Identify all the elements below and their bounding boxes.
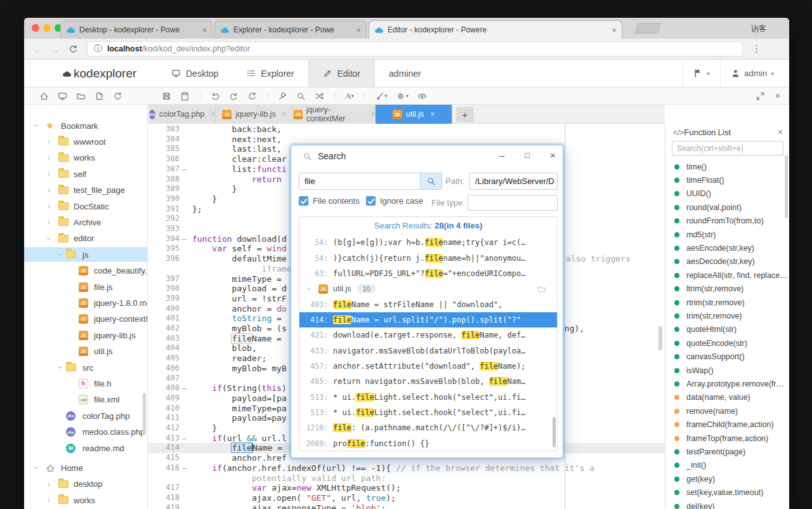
nav-item-adminer[interactable]: adminer — [375, 60, 435, 87]
toolbar-search-icon[interactable] — [296, 91, 306, 101]
toolbar-shuffle-icon[interactable] — [315, 91, 324, 101]
function-list-item[interactable]: replaceAll(str, find, replace… — [665, 268, 789, 282]
checkbox-checked-icon[interactable] — [299, 196, 308, 206]
chevron-expanded-icon[interactable]: › — [32, 122, 41, 129]
search-result-row[interactable]: 485:return navigator.msSaveBlob(blob, fi… — [299, 374, 557, 389]
tab-close-icon[interactable]: × — [612, 25, 617, 35]
function-list-item[interactable]: roundFromTo(from,to) — [665, 215, 789, 228]
function-list-item[interactable]: canvasSupport() — [665, 350, 789, 364]
language-flag-button[interactable]: ▾ — [683, 60, 720, 87]
function-list-item[interactable]: frameChild(frame,action) — [665, 418, 789, 432]
tree-item-self[interactable]: ›self — [24, 167, 148, 181]
chevron-collapsed-icon[interactable]: › — [46, 137, 52, 146]
function-list-item[interactable]: trim(str,remove) — [665, 309, 789, 322]
tab-close-icon[interactable]: × — [211, 110, 215, 119]
tree-item-Bookmark[interactable]: ›★Bookmark — [24, 119, 148, 133]
dialog-minimize-icon[interactable]: – — [499, 150, 504, 161]
close-window-button[interactable] — [32, 24, 39, 32]
tab-close-icon[interactable]: × — [356, 25, 361, 35]
dialog-close-icon[interactable]: × — [550, 150, 556, 161]
dialog-maximize-icon[interactable]: □ — [525, 150, 530, 160]
function-list-item[interactable]: md5(str) — [665, 228, 789, 241]
search-result-row[interactable]: 433:navigator.msSaveBlob(dataUrlToBlob(p… — [299, 343, 557, 358]
tree-item-desktop[interactable]: ›desktop — [24, 477, 148, 491]
function-list-item[interactable]: get(key) — [665, 472, 789, 486]
open-folder-icon[interactable] — [537, 284, 547, 294]
search-result-row[interactable]: 403:fileName = strFileName || "download"… — [299, 296, 557, 312]
search-result-row[interactable]: 513:* ui.fileLight.select.hook("select",… — [299, 405, 557, 420]
function-list-scrollbar[interactable] — [785, 155, 788, 218]
tab-close-icon[interactable]: × — [430, 110, 435, 119]
app-logo[interactable]: kodexplorer — [62, 60, 136, 88]
tree-item-readme.md[interactable]: Mreadme.md — [24, 441, 148, 455]
tree-item-code_beautify.js[interactable]: JScode_beautify.js — [24, 264, 148, 278]
toolbar-brush-icon[interactable]: ▾ — [375, 91, 388, 101]
nav-item-explorer[interactable]: Explorer — [232, 60, 308, 87]
search-result-row[interactable]: 414:fileName = url.split("/").pop().spli… — [299, 312, 557, 327]
function-list-item[interactable]: del(key) — [665, 499, 789, 509]
tree-item-src[interactable]: ›src — [24, 360, 148, 374]
chevron-collapsed-icon[interactable]: › — [46, 218, 52, 227]
search-query-input[interactable] — [299, 173, 421, 190]
function-list-item[interactable]: _init() — [665, 459, 789, 472]
file-icon[interactable] — [95, 91, 104, 101]
reload-icon[interactable] — [69, 44, 78, 54]
nav-item-editor[interactable]: Editor — [308, 60, 376, 87]
checkbox-checked-icon[interactable] — [366, 196, 376, 206]
url-field[interactable]: ⓘ localhost /kod/kod_dev/index.php?edito… — [87, 41, 743, 56]
chevron-collapsed-icon[interactable]: › — [46, 169, 52, 178]
monitor-icon[interactable] — [58, 91, 67, 101]
editor-tab[interactable]: JSjquery-contextMer× — [294, 105, 376, 124]
fold-marker-icon[interactable]: – — [182, 234, 187, 244]
function-list-item[interactable]: frameTop(frame,action) — [665, 432, 789, 445]
function-list-item[interactable]: testParent(page) — [665, 445, 789, 458]
search-result-row[interactable]: 457:anchor.setAttribute("download", file… — [299, 359, 557, 374]
tree-item-works[interactable]: ›works — [24, 151, 148, 165]
fold-marker-icon[interactable]: – — [182, 383, 187, 393]
tree-item-file.js[interactable]: JSfile.js — [24, 280, 148, 294]
forward-icon[interactable]: → — [50, 44, 60, 55]
function-list-item[interactable]: round(val,point) — [665, 201, 789, 214]
tree-item-jquery-1.8.0.min.[interactable]: JSjquery-1.8.0.min. — [24, 296, 148, 310]
browser-tab[interactable]: Desktop - kodexplorer - Powe× — [60, 20, 213, 39]
tab-close-icon[interactable]: × — [202, 25, 207, 35]
function-list-item[interactable]: aesEncode(str,key) — [665, 241, 789, 255]
toolbar-expand-icon[interactable] — [756, 91, 765, 101]
editor-tab[interactable]: JSutil.js× — [376, 105, 452, 124]
tree-item-medoo.class.php[interactable]: phpmedoo.class.php — [24, 425, 148, 439]
search-dialog-titlebar[interactable]: Search – □ × — [291, 145, 563, 168]
editor-tab[interactable]: phpcolorTag.php× — [149, 105, 216, 124]
search-option-ignore-case[interactable]: Ignore case — [366, 196, 423, 206]
tree-item-Archive[interactable]: ›Archive — [24, 215, 148, 229]
tree-item-jquery-lib.js[interactable]: JSjquery-lib.js — [24, 328, 148, 342]
tree-item-works[interactable]: ›works — [24, 493, 148, 507]
search-result-row[interactable]: 54:)}catch(j){return j.filename=h||"anon… — [299, 250, 557, 265]
editor-tab[interactable]: JSjquery-lib.js× — [216, 105, 294, 124]
chevron-collapsed-icon[interactable]: › — [46, 202, 52, 211]
site-info-icon[interactable]: ⓘ — [94, 43, 102, 55]
function-list-item[interactable]: Array.prototype.remove(fr… — [665, 377, 789, 390]
minimize-window-button[interactable] — [43, 24, 51, 32]
sidebar-scrollbar[interactable] — [143, 393, 146, 435]
tree-item-file.xml[interactable]: xmlfile.xml — [24, 393, 148, 407]
tab-close-icon[interactable]: × — [370, 110, 375, 119]
function-list-item[interactable]: remove(name) — [665, 404, 789, 418]
toolbar-redo-icon[interactable] — [229, 91, 239, 101]
new-editor-tab-button[interactable]: + — [457, 107, 473, 122]
function-list-item[interactable]: data(name, value) — [665, 391, 789, 404]
function-list-item[interactable]: set(key,value,timeout) — [665, 486, 789, 499]
tree-item-util.js[interactable]: JSutil.js — [24, 345, 148, 359]
toolbar-refresh-icon[interactable] — [247, 91, 257, 101]
browser-tab[interactable]: Editor - kodexplorer - Powere× — [369, 20, 622, 39]
search-result-row[interactable]: 1210:file: (a.pathname.match(/\/([^\/?#]… — [299, 420, 557, 435]
tree-item-jquery-contextMe[interactable]: JSjquery-contextMe — [24, 312, 148, 326]
toolbar-gear-icon[interactable]: ▾ — [396, 91, 409, 101]
tree-item-colorTag.php[interactable]: phpcolorTag.php — [24, 409, 148, 423]
fold-marker-icon[interactable]: – — [182, 164, 187, 175]
fold-marker-icon[interactable]: – — [182, 433, 187, 444]
chevron-expanded-icon[interactable]: › — [56, 251, 65, 258]
function-list-item[interactable]: timeFloat() — [665, 173, 789, 187]
results-scrollbar[interactable] — [553, 417, 556, 447]
function-list-item[interactable]: aesDecode(str,key) — [665, 255, 789, 268]
chevron-expanded-icon[interactable]: › — [44, 235, 53, 242]
